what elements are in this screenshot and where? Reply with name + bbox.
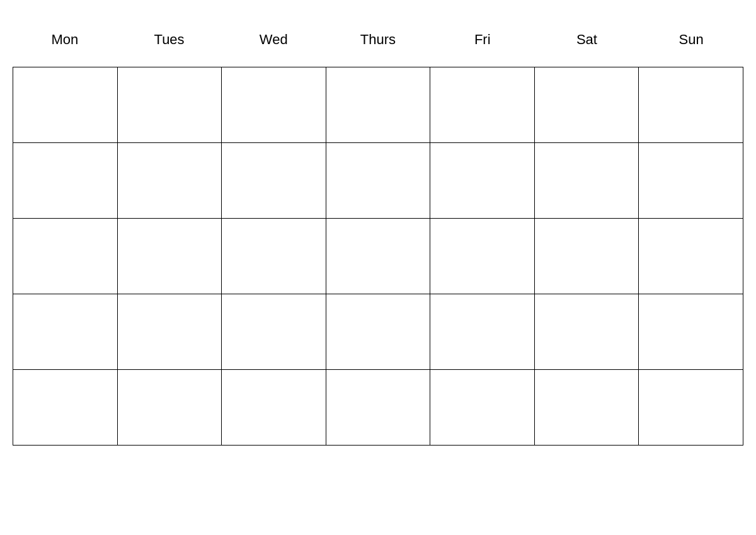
calendar-cell-r1c2[interactable] (118, 67, 222, 143)
calendar-grid (13, 67, 743, 446)
calendar-cell-r5c1[interactable] (13, 370, 118, 446)
calendar-cell-r4c2[interactable] (118, 294, 222, 370)
calendar-cell-r4c4[interactable] (326, 294, 431, 370)
calendar-cell-r4c3[interactable] (222, 294, 326, 370)
calendar-cell-r2c5[interactable] (430, 143, 535, 219)
calendar-cell-r5c3[interactable] (222, 370, 326, 446)
calendar-cell-r5c2[interactable] (118, 370, 222, 446)
day-header-tues: Tues (117, 25, 222, 54)
calendar-cell-r1c7[interactable] (639, 67, 743, 143)
calendar-cell-r2c3[interactable] (222, 143, 326, 219)
calendar-cell-r4c6[interactable] (535, 294, 639, 370)
calendar-cell-r3c7[interactable] (639, 219, 743, 294)
calendar-cell-r3c5[interactable] (430, 219, 535, 294)
calendar-cell-r3c2[interactable] (118, 219, 222, 294)
day-header-mon: Mon (13, 25, 117, 54)
calendar-container: Mon Tues Wed Thurs Fri Sat Sun (13, 25, 743, 446)
calendar-cell-r5c4[interactable] (326, 370, 431, 446)
day-header-wed: Wed (221, 25, 326, 54)
day-headers: Mon Tues Wed Thurs Fri Sat Sun (13, 25, 743, 54)
day-header-sat: Sat (535, 25, 639, 54)
calendar-cell-r2c6[interactable] (535, 143, 639, 219)
calendar-cell-r3c1[interactable] (13, 219, 118, 294)
calendar-cell-r1c6[interactable] (535, 67, 639, 143)
calendar-cell-r1c3[interactable] (222, 67, 326, 143)
calendar-cell-r1c4[interactable] (326, 67, 431, 143)
calendar-cell-r4c5[interactable] (430, 294, 535, 370)
day-header-thurs: Thurs (326, 25, 430, 54)
calendar-cell-r3c6[interactable] (535, 219, 639, 294)
calendar-cell-r4c7[interactable] (639, 294, 743, 370)
calendar-cell-r5c5[interactable] (430, 370, 535, 446)
calendar-cell-r2c4[interactable] (326, 143, 431, 219)
calendar-cell-r1c5[interactable] (430, 67, 535, 143)
calendar-cell-r3c3[interactable] (222, 219, 326, 294)
calendar-cell-r3c4[interactable] (326, 219, 431, 294)
calendar-cell-r2c7[interactable] (639, 143, 743, 219)
calendar-cell-r2c1[interactable] (13, 143, 118, 219)
day-header-sun: Sun (639, 25, 743, 54)
day-header-fri: Fri (430, 25, 535, 54)
calendar-cell-r1c1[interactable] (13, 67, 118, 143)
calendar-cell-r2c2[interactable] (118, 143, 222, 219)
calendar-cell-r5c7[interactable] (639, 370, 743, 446)
calendar-cell-r5c6[interactable] (535, 370, 639, 446)
calendar-cell-r4c1[interactable] (13, 294, 118, 370)
